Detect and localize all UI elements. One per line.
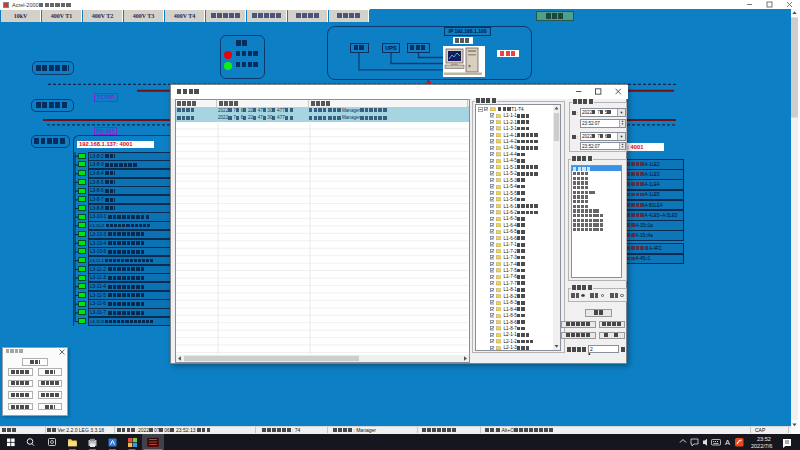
- svg-text:23:52: 23:52: [757, 436, 771, 442]
- svg-text:A: A: [725, 437, 730, 446]
- svg-text:2022/7/6: 2022/7/6: [751, 443, 772, 449]
